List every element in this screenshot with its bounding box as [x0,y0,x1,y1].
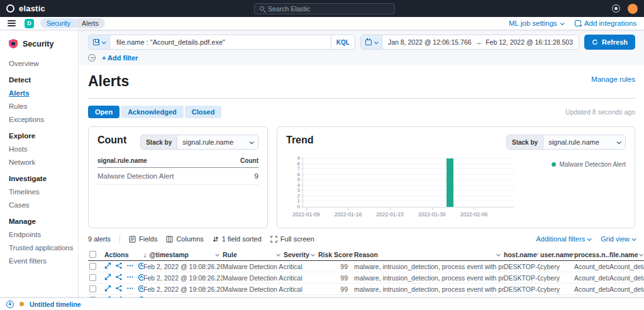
expand-alert-icon[interactable] [104,262,111,270]
header-user[interactable]: user.name [540,251,574,258]
breadcrumb-alerts[interactable]: Alerts [73,18,105,28]
add-timeline-icon[interactable]: + [6,301,14,308]
sidebar-item-network[interactable]: Network [9,158,78,166]
header-timestamp[interactable]: ↓@timestamp [143,251,223,258]
table-row: Feb 2, 2022 @ 19:08:26.266Malware Detect… [88,261,644,272]
count-rule-name: Malware Detection Alert [97,172,174,180]
analyze-event-icon[interactable] [138,274,143,282]
trend-stack-by-select[interactable]: Stack by signal.rule.name [506,135,626,150]
sort-desc-icon: ↓ [143,251,147,258]
kql-query-input[interactable]: file.name : "Acount_details.pdf.exe" [110,35,331,49]
sorted-fields-button[interactable]: 1 field sorted [213,235,262,243]
row-checkbox[interactable] [89,274,96,281]
cell-process: Acount_detail... [574,263,609,270]
menu-icon[interactable] [8,20,16,26]
sidebar-item-trusted-applications[interactable]: Trusted applications [9,244,78,252]
manage-rules-link[interactable]: Manage rules [591,75,635,83]
legend-item[interactable]: Malware Detection Alert [552,161,626,168]
column-label-user: user.name [540,251,573,258]
header-severity[interactable]: Severity [284,251,318,258]
tab-closed[interactable]: Closed [185,106,222,118]
x-axis-label: 2022-01-23 [376,211,403,218]
tab-acknowledged[interactable]: Acknowledged [121,106,184,118]
alerts-data-grid: Actions↓@timestampRuleSeverityRisk Score… [88,248,644,297]
filter-menu-icon[interactable] [88,54,96,62]
count-stack-by-select[interactable]: Stack by signal.rule.name [140,135,258,150]
cell-risk_score: 99 [318,274,354,282]
breadcrumb-security[interactable]: Security [40,18,77,28]
help-icon[interactable] [612,4,620,13]
header-host[interactable]: host.name [504,251,540,258]
analyze-event-icon[interactable] [138,285,143,294]
select-all-checkbox[interactable] [89,251,96,258]
sidebar-item-hosts[interactable]: Hosts [9,145,78,153]
alert-status-tabs: OpenAcknowledgedClosed [88,106,221,118]
sidebar-item-overview[interactable]: Overview [9,60,78,67]
refresh-label: Refresh [602,38,628,46]
column-label-severity: Severity [284,251,309,258]
grid-view-link[interactable]: Grid view [601,235,635,243]
cell-severity: critical [284,285,318,293]
more-actions-icon[interactable] [126,274,134,282]
fields-button[interactable]: Fields [129,235,157,243]
full-screen-button[interactable]: Full screen [270,235,314,243]
additional-filters-link[interactable]: Additional filters [536,235,591,243]
cell-risk_score: 99 [318,285,354,293]
fields-icon [129,236,136,243]
kql-toggle-button[interactable]: KQL [331,35,355,49]
count-table-row[interactable]: Malware Detection Alert9 [97,168,258,185]
cell-reason: malware, intrusion_detection, process ev… [354,263,504,270]
chart-gridline [303,174,514,175]
columns-button[interactable]: Columns [166,235,203,243]
sidebar-item-alerts[interactable]: Alerts [9,89,78,97]
sidebar-item-exceptions[interactable]: Exceptions [9,116,78,123]
date-end[interactable]: Feb 12, 2022 @ 16:11:28.503 [486,38,573,46]
investigate-timeline-icon[interactable] [115,274,123,282]
security-app-icon [9,39,18,48]
y-axis-tick [301,163,303,164]
sidebar-item-rules[interactable]: Rules [9,102,78,110]
date-picker-button[interactable] [361,35,382,49]
analyze-event-icon[interactable] [138,262,143,271]
timeline-label[interactable]: Untitled timeline [30,301,81,308]
user-avatar[interactable] [628,4,638,14]
header-reason[interactable]: Reason [354,251,504,258]
sidebar-item-timelines[interactable]: Timelines [9,188,78,196]
elastic-logo[interactable]: elastic [6,4,45,13]
date-range[interactable]: Jan 8, 2022 @ 12:06:15.766 → Feb 12, 202… [382,35,579,49]
tab-open[interactable]: Open [88,106,119,118]
expand-alert-icon[interactable] [104,274,111,282]
more-actions-icon[interactable] [126,285,134,293]
y-axis-label: 3 [297,188,300,193]
sidebar-item-cases[interactable]: Cases [9,201,78,209]
y-axis-tick [301,201,303,201]
refresh-button[interactable]: Refresh [584,35,635,50]
ml-job-settings-link[interactable]: ML job settings [509,19,564,27]
y-axis-tick [301,174,303,175]
saved-query-button[interactable] [89,35,110,49]
timeline-bottom-bar[interactable]: + Untitled timeline [0,297,644,310]
row-checkbox[interactable] [89,285,96,292]
header-file[interactable]: file.name [609,251,644,258]
column-label-rule: Rule [223,251,237,258]
add-integrations-link[interactable]: Add integrations [575,19,636,27]
more-actions-icon[interactable] [126,262,134,270]
date-start[interactable]: Jan 8, 2022 @ 12:06:15.766 [388,38,472,46]
x-axis-tick [390,208,391,210]
chevron-down-icon [215,252,219,256]
header-process[interactable]: process.n... [574,251,609,258]
add-filter-link[interactable]: + Add filter [102,54,138,62]
space-badge[interactable]: D [25,19,34,28]
investigate-timeline-icon[interactable] [115,262,123,270]
row-actions [104,262,143,271]
investigate-timeline-icon[interactable] [115,285,123,293]
expand-alert-icon[interactable] [104,285,111,293]
sidebar-item-event-filters[interactable]: Event filters [9,257,78,265]
global-search-input[interactable]: Search Elastic [254,3,395,14]
header-rule[interactable]: Rule [223,251,284,258]
header-risk_score[interactable]: Risk Score [318,251,354,258]
columns-label: Columns [176,235,203,243]
sidebar-item-endpoints[interactable]: Endpoints [9,231,78,238]
chart-bar[interactable] [447,158,453,207]
row-checkbox[interactable] [89,263,96,270]
